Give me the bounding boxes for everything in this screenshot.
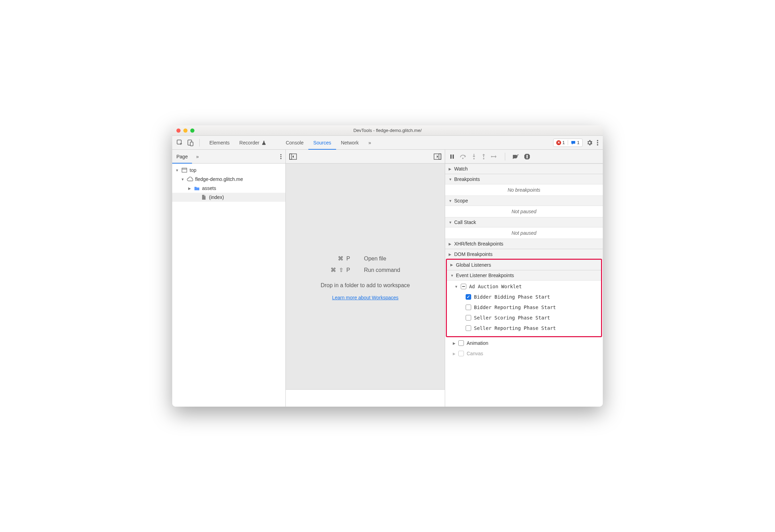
messages-badge[interactable]: 1 (568, 140, 582, 145)
devtools-window: DevTools - fledge-demo.glitch.me/ Elemen… (172, 125, 603, 407)
step-over-icon[interactable] (460, 154, 467, 159)
navigator-kebab-icon[interactable] (276, 150, 285, 163)
svg-point-5 (597, 144, 598, 146)
workspace-hint: Drop in a folder to add to workspace (320, 282, 410, 289)
svg-rect-2 (190, 142, 193, 146)
tree-top[interactable]: ▼ top (172, 166, 285, 175)
folder-icon (194, 185, 200, 191)
page-tab[interactable]: Page (172, 150, 192, 163)
section-xhr-breakpoints[interactable]: ▶XHR/fetch Breakpoints (445, 239, 603, 249)
checkbox-indeterminate-icon[interactable] (461, 284, 466, 289)
more-tabs-icon[interactable]: » (364, 136, 376, 149)
open-file-hint: ⌘ P Open file (324, 253, 407, 264)
run-command-hint: ⌘ ⇧ P Run command (324, 265, 407, 275)
section-scope[interactable]: ▼Scope (445, 196, 603, 206)
elb-category-canvas[interactable]: ▶ Canvas (449, 348, 603, 359)
flask-icon (261, 140, 266, 145)
scope-not-paused: Not paused (445, 206, 603, 217)
svg-point-6 (280, 154, 282, 155)
editor-footer (286, 389, 445, 407)
svg-point-3 (597, 140, 598, 141)
errors-badge[interactable]: ✕ 1 (553, 140, 568, 145)
content-area: ▼ top ▼ fledge-demo.glitch.me ▶ (172, 164, 603, 407)
section-event-listener-breakpoints[interactable]: ▼Event Listener Breakpoints (447, 270, 601, 281)
message-icon (571, 140, 576, 145)
svg-point-15 (462, 158, 464, 159)
tab-elements[interactable]: Elements (205, 136, 234, 149)
section-watch[interactable]: ▶Watch (445, 164, 603, 174)
kebab-menu-icon[interactable] (597, 139, 599, 146)
error-icon: ✕ (556, 140, 561, 145)
callstack-not-paused: Not paused (445, 227, 603, 239)
elb-event-seller-scoring[interactable]: Seller Scoring Phase Start (450, 313, 601, 323)
checkbox-icon[interactable] (466, 305, 471, 310)
checkbox-icon[interactable] (466, 315, 471, 321)
elb-category-ad-auction-worklet[interactable]: ▼ Ad Auction Worklet (450, 281, 601, 292)
tree-domain[interactable]: ▼ fledge-demo.glitch.me (172, 175, 285, 184)
svg-rect-14 (453, 155, 454, 159)
svg-point-7 (280, 156, 282, 157)
more-navigator-tabs-icon[interactable]: » (192, 150, 203, 163)
cloud-icon (187, 176, 193, 182)
show-debugger-icon[interactable] (434, 153, 441, 160)
settings-icon[interactable] (586, 139, 593, 146)
elb-event-bidder-bidding[interactable]: Bidder Bidding Phase Start (450, 292, 601, 302)
tree-folder-assets[interactable]: ▶ assets (172, 184, 285, 193)
svg-rect-24 (527, 157, 528, 158)
step-out-icon[interactable] (481, 153, 486, 160)
titlebar: DevTools - fledge-demo.glitch.me/ (172, 125, 603, 136)
svg-point-4 (597, 142, 598, 143)
deactivate-breakpoints-icon[interactable] (512, 154, 519, 159)
inspect-element-icon[interactable] (176, 139, 183, 146)
svg-rect-13 (450, 155, 452, 159)
svg-rect-12 (439, 154, 441, 159)
debugger-pane: ▶Watch ▼Breakpoints No breakpoints ▼Scop… (445, 164, 603, 407)
section-breakpoints[interactable]: ▼Breakpoints (445, 174, 603, 184)
elb-event-bidder-reporting[interactable]: Bidder Reporting Phase Start (450, 302, 601, 313)
checkbox-icon[interactable] (458, 351, 464, 356)
svg-rect-23 (527, 155, 528, 157)
highlight-event-listener-breakpoints: ▶Global Listeners ▼Event Listener Breakp… (446, 259, 602, 337)
pause-on-exception-icon[interactable] (524, 153, 530, 160)
main-toolbar: Elements Recorder Console Sources Networ… (172, 136, 603, 150)
tab-console[interactable]: Console (281, 136, 308, 149)
window-title: DevTools - fledge-demo.glitch.me/ (172, 128, 603, 133)
editor-area: ⌘ P Open file ⌘ ⇧ P Run command Drop in … (286, 164, 445, 407)
step-icon[interactable] (491, 154, 498, 159)
tab-sources[interactable]: Sources (308, 136, 336, 149)
svg-point-8 (280, 158, 282, 159)
no-breakpoints: No breakpoints (445, 184, 603, 196)
svg-rect-10 (290, 154, 292, 159)
svg-point-17 (483, 158, 484, 159)
elb-category-animation[interactable]: ▶ Animation (449, 338, 603, 348)
panel-tabs: Elements Recorder Console Sources Networ… (205, 136, 553, 149)
sub-toolbar: Page » (172, 150, 603, 164)
svg-point-18 (491, 156, 492, 157)
status-badges[interactable]: ✕ 1 1 (553, 139, 583, 147)
pause-icon[interactable] (449, 154, 455, 159)
device-toggle-icon[interactable] (187, 139, 194, 146)
frame-icon (181, 167, 188, 173)
tab-recorder[interactable]: Recorder (234, 136, 271, 149)
svg-point-16 (473, 158, 475, 159)
file-icon (201, 194, 207, 200)
section-dom-breakpoints[interactable]: ▶DOM Breakpoints (445, 249, 603, 259)
checkbox-checked-icon[interactable] (466, 294, 471, 300)
tree-file-index[interactable]: (index) (172, 193, 285, 202)
checkbox-icon[interactable] (466, 325, 471, 331)
elb-event-seller-reporting[interactable]: Seller Reporting Phase Start (450, 323, 601, 333)
show-navigator-icon[interactable] (289, 153, 297, 160)
workspaces-link[interactable]: Learn more about Workspaces (332, 295, 398, 300)
tab-network[interactable]: Network (336, 136, 364, 149)
section-callstack[interactable]: ▼Call Stack (445, 217, 603, 227)
section-global-listeners[interactable]: ▶Global Listeners (447, 260, 601, 270)
step-into-icon[interactable] (472, 153, 476, 160)
svg-rect-25 (182, 168, 187, 172)
navigator-sidebar: ▼ top ▼ fledge-demo.glitch.me ▶ (172, 164, 286, 407)
checkbox-icon[interactable] (458, 340, 464, 346)
